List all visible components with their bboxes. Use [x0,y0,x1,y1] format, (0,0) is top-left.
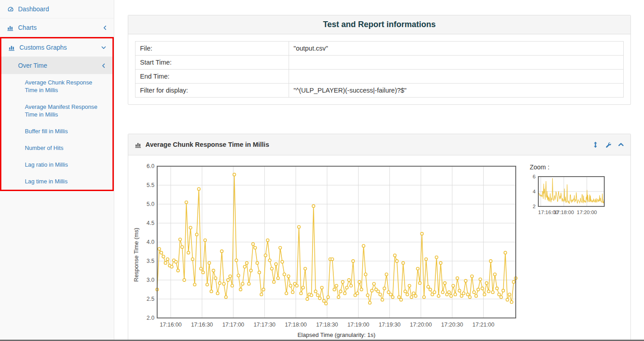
data-point [416,267,419,270]
wrench-icon[interactable] [605,142,611,148]
svg-text:3.0: 3.0 [147,277,154,283]
data-point [381,299,384,301]
chevron-left-icon [101,63,106,68]
data-point [166,258,169,261]
data-point [208,262,210,264]
data-point [202,271,205,274]
svg-text:17:18:30: 17:18:30 [316,322,338,328]
sidebar-item-dashboard[interactable]: Dashboard [0,0,114,19]
data-point [448,291,450,294]
data-point [216,292,219,294]
main-content: Test and Report informations File: "outp… [114,0,644,341]
bar-chart-icon [9,44,15,51]
chart-panel-header: Average Chunk Response Time in Millis [128,134,630,155]
data-point [491,291,494,294]
data-point [256,262,259,264]
data-point [214,277,217,280]
info-label-cell: Start Time: [135,56,289,70]
bar-chart-icon [135,141,142,148]
data-point [231,285,233,287]
data-point [385,273,388,276]
bar-chart-icon [7,24,14,31]
data-point [498,293,500,296]
info-panel-body: File: "output.csv" Start Time: End Time: [128,34,630,104]
data-point [393,254,396,257]
info-panel-header: Test and Report informations [128,15,630,34]
data-point [252,243,254,245]
sidebar-item-lag-ratio[interactable]: Lag ratio in Millis [1,156,112,173]
data-point [298,225,300,228]
data-point [389,293,392,296]
data-point [429,288,432,291]
sidebar-item-buffer-fill[interactable]: Buffer fill in Millis [1,123,112,140]
data-point [460,294,463,297]
data-point [358,280,361,283]
sidebar-item-number-of-hits[interactable]: Number of Hits [1,140,112,156]
data-point [243,266,246,268]
data-point [289,285,292,287]
info-table: File: "output.csv" Start Time: End Time: [135,41,624,98]
data-point [454,293,457,296]
sidebar-item-charts[interactable]: Charts [0,19,114,37]
data-point [490,260,492,262]
data-point [191,258,194,261]
svg-text:6: 6 [533,175,536,179]
zoom-preview: Zoom : 24617:16:0017:18:0017:20:00 [528,163,619,222]
data-point [160,251,163,254]
data-point [366,294,369,297]
sidebar-item-avg-chunk-response[interactable]: Average Chunk Response Time in Millis [1,74,112,98]
data-point [204,239,206,242]
data-point [443,282,446,285]
report-page: Dashboard Charts Custo [0,0,644,341]
chevron-up-icon[interactable] [618,142,624,147]
data-point [233,173,236,176]
table-row: File: "output.csv" [135,42,624,56]
sidebar-item-label: Customs Graphs [19,44,67,51]
svg-text:2.5: 2.5 [147,296,154,302]
zoom-label: Zoom : [530,163,619,171]
svg-text:17:19:30: 17:19:30 [378,322,401,328]
data-point [271,267,273,270]
data-point [420,232,423,235]
data-point [304,267,307,270]
data-point [435,256,438,259]
data-point [322,299,325,302]
data-point [352,260,355,262]
svg-text:17:20:00: 17:20:00 [410,322,432,328]
data-point [464,280,467,282]
sidebar-item-over-time[interactable]: Over Time [1,57,112,74]
data-point [212,269,215,272]
data-point [196,233,198,236]
data-point [235,259,238,262]
svg-text:3.5: 3.5 [147,258,154,264]
sidebar-item-label: Charts [18,24,37,31]
data-point [377,290,379,293]
data-point [468,296,471,299]
data-point [456,277,459,280]
resize-vertical-icon[interactable] [593,141,598,148]
data-point [512,280,515,283]
data-point [197,187,200,190]
data-point [331,258,334,261]
info-panel-title: Test and Report informations [323,20,436,29]
zoom-preview-chart[interactable]: 24617:16:0017:18:0017:20:00 [528,175,619,222]
data-point [477,288,480,291]
table-row: Start Time: [135,56,624,70]
sidebar-item-lag-time[interactable]: Lag time in Millis [1,173,112,190]
sidebar-item-customs-graphs[interactable]: Customs Graphs [1,38,112,57]
response-time-chart[interactable]: 2.02.53.03.54.04.55.05.56.017:16:0017:16… [145,161,520,341]
data-point [247,282,250,285]
data-point [392,296,394,299]
data-point [373,282,375,285]
sidebar-item-avg-manifest-response[interactable]: Average Manifest Response Time in Millis [1,98,112,123]
svg-text:2: 2 [533,204,536,209]
main-chart-svg: 2.02.53.03.54.04.55.05.56.017:16:0017:16… [145,161,520,341]
data-point [481,287,484,290]
data-point [437,294,440,297]
data-point [177,269,179,272]
svg-text:4.0: 4.0 [147,239,154,245]
data-point [502,289,504,292]
data-point [404,290,406,293]
data-point [237,274,240,277]
data-point [471,275,473,278]
